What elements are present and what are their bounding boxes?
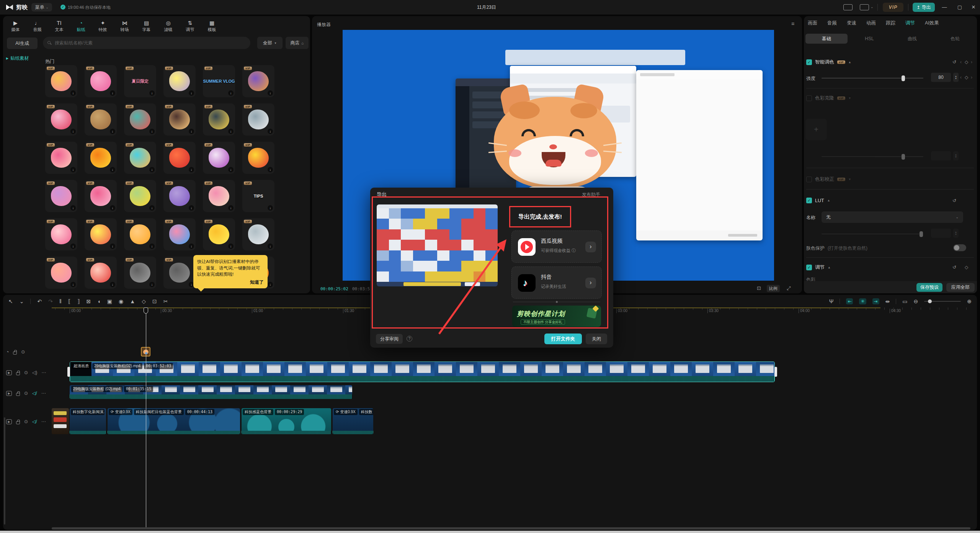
sticker-item[interactable]: 夏日限定VIP↓ <box>124 65 156 97</box>
close-dialog-button[interactable]: 关闭 <box>586 334 607 344</box>
keyframe-icon[interactable]: ◇ <box>965 75 968 80</box>
sticker-item[interactable]: VIP↓ <box>45 103 77 136</box>
sticker-item[interactable]: VIP↓ <box>242 218 274 250</box>
sticker-item[interactable]: VIP↓ <box>85 180 117 212</box>
eye-icon[interactable]: ⊙ <box>24 419 28 424</box>
sticker-item[interactable]: VIP↓ <box>45 218 77 250</box>
player-menu-icon[interactable]: ≡ <box>791 21 794 27</box>
store-button[interactable]: 商店⌂ <box>286 37 309 49</box>
media-clip-3[interactable]: 科技感蓝色背景00:00:29:29 <box>242 408 331 434</box>
subtab-曲线[interactable]: 曲线 <box>891 34 933 44</box>
sticker-item[interactable]: VIP↓ <box>124 180 156 212</box>
sticker-item[interactable]: VIP↓ <box>85 65 117 97</box>
maximize-button[interactable]: ▢ <box>954 4 965 10</box>
eye-icon[interactable]: ⊙ <box>24 370 28 375</box>
sticker-item[interactable]: VIP↓ <box>163 142 196 174</box>
collapse-icon[interactable]: ▲ <box>828 266 831 269</box>
tab-滤镜[interactable]: ◎滤镜 <box>157 18 179 35</box>
minimize-button[interactable]: — <box>939 4 950 10</box>
lock-icon[interactable] <box>16 372 20 375</box>
sticker-item[interactable]: VIP↓ <box>124 257 156 289</box>
sticker-item[interactable]: VIP↓ <box>45 142 77 174</box>
sticker-item[interactable]: VIP↓ <box>242 103 274 136</box>
sticker-item[interactable]: VIP↓ <box>45 180 77 212</box>
add-reference-button[interactable]: + <box>805 119 827 140</box>
sticker-item[interactable]: VIP↓ <box>85 142 117 174</box>
undo[interactable]: ↶ <box>37 298 42 304</box>
fullscreen-icon[interactable]: ⤢ <box>787 285 791 291</box>
timeline-scale[interactable]: ▭ <box>902 298 907 304</box>
rotate[interactable]: ◇ <box>142 298 146 304</box>
main-video-clip[interactable]: 超清画质29电脑版安装教程(02).mp400:03:52:03 <box>70 361 775 382</box>
collapse-icon[interactable]: ▼ <box>848 178 851 181</box>
sticker-icon[interactable]: ◔ <box>6 349 9 355</box>
sticker-item[interactable]: SUMMER VLOGVIP↓ <box>203 65 235 97</box>
clip-trim-handle-left[interactable] <box>67 367 70 377</box>
zoom-in[interactable]: ⊕ <box>967 298 972 304</box>
linkage[interactable]: ✳ <box>859 298 866 304</box>
muted-icon[interactable]: ◁/ <box>32 391 37 396</box>
tab-特效[interactable]: ✦特效 <box>92 18 114 35</box>
clip-trim-handle-right[interactable] <box>774 367 777 377</box>
sticker-item[interactable]: VIP↓ <box>163 257 196 289</box>
track-link[interactable]: ⇹ <box>885 298 890 304</box>
subtab-HSL[interactable]: HSL <box>848 34 890 44</box>
sticker-item[interactable]: VIP↓ <box>203 180 235 212</box>
zoom-slider[interactable] <box>924 301 961 302</box>
record-voiceover[interactable]: Ψ <box>829 298 834 304</box>
sticker-item[interactable]: VIP↓ <box>203 103 235 136</box>
publish-xigua-card[interactable]: 西瓜视频 可获得现金收益 ⓘ › <box>511 231 602 263</box>
color-correct-checkbox[interactable] <box>806 177 812 182</box>
tab-调节[interactable]: ⇅调节 <box>179 18 201 35</box>
share-review-button[interactable]: 分享审阅 <box>376 334 403 344</box>
workspace-layout-icon[interactable] <box>860 4 869 10</box>
more-icon[interactable]: ⋯ <box>41 419 46 424</box>
sticker-item[interactable]: VIP↓ <box>85 218 117 250</box>
reset-icon[interactable]: ↺ <box>952 59 956 65</box>
slider-handle[interactable] <box>928 299 932 303</box>
creator-plan-banner[interactable]: 剪映创作星计划 不限主题创作 分享金好礼 <box>512 306 601 327</box>
preview-axis[interactable]: ⇥ <box>872 298 879 304</box>
tab-转场[interactable]: ⋈转场 <box>114 18 136 35</box>
slider-handle[interactable] <box>920 231 923 237</box>
skin-protect-toggle[interactable] <box>953 244 966 251</box>
sticker-item[interactable]: VIP↓ <box>163 218 196 250</box>
media-clip-2[interactable]: ⟳ 变速0.9X科技新闻栏目包装蓝色背景00:00:44:13 <box>108 408 240 434</box>
more-icon[interactable]: ⋯ <box>41 391 46 396</box>
crop[interactable]: ⊡ <box>152 298 157 304</box>
video-clip-2[interactable]: 29电脑版安装教程 (02).mp400:01:35:15 <box>70 385 352 399</box>
extract-audio[interactable]: ✂ <box>163 298 168 304</box>
horizontal-scrollbar[interactable] <box>52 527 970 530</box>
sticker-item[interactable]: VIP↓ <box>242 65 274 97</box>
lut-strength-slider[interactable] <box>822 234 923 234</box>
vertical-scrollbar[interactable] <box>4 417 5 525</box>
close-button[interactable]: ✕ <box>968 4 979 10</box>
sticker-item[interactable]: VIP↓ <box>85 257 117 289</box>
split-keep-left[interactable]: ⟦ <box>68 298 71 304</box>
publish-assistant-link[interactable]: 发布助手 <box>582 191 600 198</box>
tab-变速[interactable]: 变速 <box>847 20 856 26</box>
layout-dropdown-icon[interactable]: ⌄ <box>871 5 874 9</box>
open-folder-button[interactable]: 打开文件夹 <box>544 334 582 344</box>
adjust-checkbox[interactable]: ✓ <box>806 265 812 270</box>
tab-媒体[interactable]: ▶媒体 <box>5 18 26 35</box>
tab-音频[interactable]: 音频 <box>827 20 837 26</box>
sticker-item[interactable]: VIP↓ <box>124 218 156 250</box>
tab-字幕[interactable]: ▤字幕 <box>136 18 157 35</box>
tab-动画[interactable]: 动画 <box>866 20 876 26</box>
smart-color-checkbox[interactable]: ✓ <box>806 59 812 65</box>
sticker-item[interactable]: TIPSVIP↓ <box>242 180 274 212</box>
tab-调节[interactable]: 调节 <box>905 20 915 26</box>
reset-icon[interactable]: ↺ <box>952 198 956 203</box>
reverse[interactable]: ◉ <box>119 298 123 304</box>
tooltip-ok-button[interactable]: 知道了 <box>197 279 264 286</box>
sound-icon[interactable]: ◁) <box>32 370 37 375</box>
clone-strength-slider[interactable] <box>822 156 923 157</box>
preview-zoom-icon[interactable]: ⊡ <box>757 285 761 291</box>
select-tool[interactable]: ↖ <box>8 298 13 304</box>
media-clip-1[interactable]: 科技数字化新闻演... <box>70 408 106 434</box>
search-input[interactable]: 搜索贴纸名称/元素 <box>43 37 250 49</box>
lock-icon[interactable] <box>16 421 20 424</box>
auto-snap[interactable]: ⇤ <box>846 298 853 304</box>
redo[interactable]: ↷ <box>48 298 53 304</box>
